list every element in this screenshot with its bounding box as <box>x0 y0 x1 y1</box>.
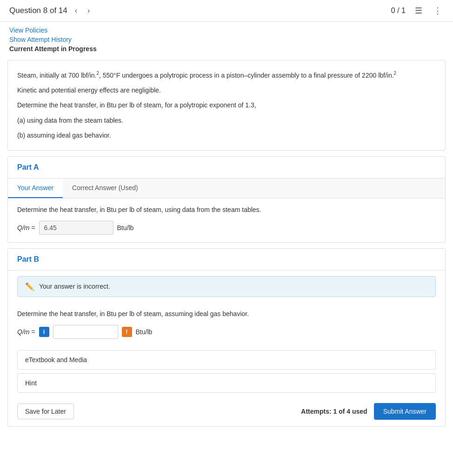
question-line-5: (b) assuming ideal gas behavior. <box>17 130 436 140</box>
links-area: View Policies Show Attempt History Curre… <box>0 22 453 54</box>
part-a-unit: Btu/lb <box>117 224 134 231</box>
part-a-title: Part A <box>17 163 39 171</box>
part-a-answer-input[interactable] <box>39 221 113 235</box>
attempts-text: Attempts: 1 of 4 used <box>301 408 367 415</box>
header-left: Question 8 of 14 ‹ › <box>9 6 391 16</box>
footer-right: Attempts: 1 of 4 used Submit Answer <box>301 403 436 420</box>
header: Question 8 of 14 ‹ › 0 / 1 ☰ ⋮ <box>0 0 453 22</box>
part-b-unit: Btu/lb <box>136 328 153 336</box>
question-line-1: Steam, initially at 700 lbf/in.2, 550°F … <box>17 70 436 80</box>
question-line-2: Kinetic and potential energy effects are… <box>17 85 436 95</box>
part-a-header: Part A <box>8 157 445 178</box>
more-options-button[interactable]: ⋮ <box>432 5 444 17</box>
part-b-input-label: Q/m = <box>17 328 35 336</box>
part-b-card: Part B ✏️ Your answer is incorrect. Dete… <box>7 248 446 427</box>
part-b-input-row: Q/m = i ! Btu/lb <box>17 325 436 339</box>
warning-icon: ! <box>122 327 132 337</box>
footer: Save for Later Attempts: 1 of 4 used Sub… <box>8 397 445 426</box>
part-a-card: Part A Your Answer Correct Answer (Used)… <box>7 156 446 243</box>
header-right: 0 / 1 ☰ ⋮ <box>391 5 444 17</box>
part-a-tab-content: Determine the heat transfer, in Btu per … <box>8 198 445 242</box>
part-a-tabs: Your Answer Correct Answer (Used) <box>8 178 445 198</box>
save-for-later-button[interactable]: Save for Later <box>17 403 74 419</box>
question-line-3: Determine the heat transfer, in Btu per … <box>17 100 436 110</box>
submit-answer-button[interactable]: Submit Answer <box>374 403 436 420</box>
question-text: Steam, initially at 700 lbf/in.2, 550°F … <box>17 70 436 141</box>
part-b-body: ✏️ Your answer is incorrect. Determine t… <box>8 276 445 426</box>
question-card: Steam, initially at 700 lbf/in.2, 550°F … <box>7 60 446 151</box>
tab-correct-answer[interactable]: Correct Answer (Used) <box>63 178 147 198</box>
show-attempt-history-link[interactable]: Show Attempt History <box>9 36 444 43</box>
etextbook-button[interactable]: eTextbook and Media <box>17 350 436 370</box>
part-a-input-label: Q/m = <box>17 224 35 231</box>
part-b-sub-question: Determine the heat transfer, in Btu per … <box>17 310 436 317</box>
next-question-button[interactable]: › <box>85 6 93 16</box>
pencil-icon: ✏️ <box>25 282 34 291</box>
score-display: 0 / 1 <box>391 7 406 15</box>
prev-question-button[interactable]: ‹ <box>72 6 80 16</box>
part-b-answer-input[interactable] <box>53 325 118 339</box>
view-policies-link[interactable]: View Policies <box>9 26 444 34</box>
part-b-header: Part B <box>8 249 445 271</box>
incorrect-message: Your answer is incorrect. <box>39 283 110 290</box>
incorrect-banner: ✏️ Your answer is incorrect. <box>17 276 436 297</box>
list-icon-button[interactable]: ☰ <box>413 5 424 17</box>
part-b-tab-content: Determine the heat transfer, in Btu per … <box>8 303 445 346</box>
question-line-4: (a) using data from the steam tables. <box>17 115 436 126</box>
hint-button[interactable]: Hint <box>17 373 436 393</box>
current-attempt-label: Current Attempt in Progress <box>9 45 444 53</box>
tab-your-answer[interactable]: Your Answer <box>8 178 63 198</box>
part-a-input-row: Q/m = Btu/lb <box>17 221 436 235</box>
info-icon: i <box>39 327 49 337</box>
question-counter: Question 8 of 14 <box>9 6 67 15</box>
part-a-sub-question: Determine the heat transfer, in Btu per … <box>17 206 436 213</box>
part-b-title: Part B <box>17 255 39 263</box>
part-a-body: Your Answer Correct Answer (Used) Determ… <box>8 178 445 242</box>
